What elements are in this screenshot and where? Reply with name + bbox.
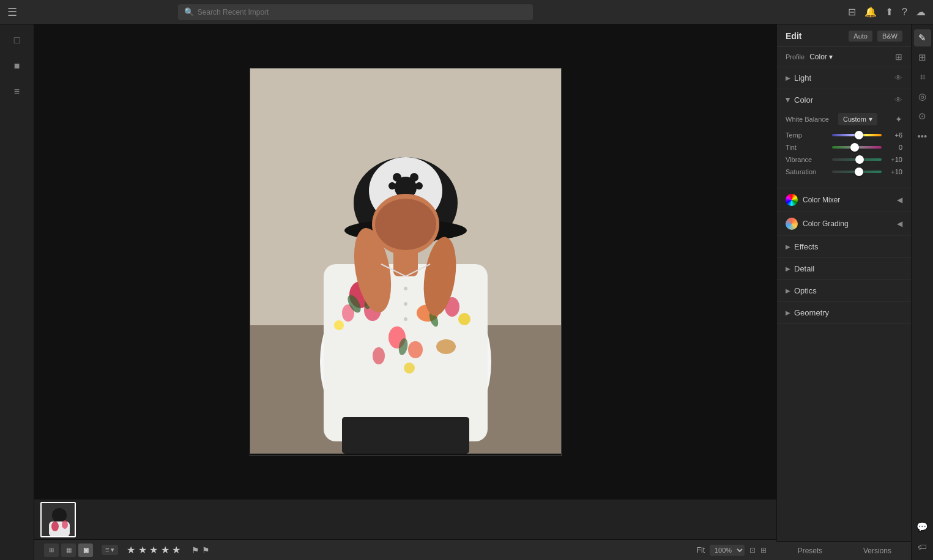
filter-icon[interactable]: ⊟ — [848, 6, 856, 18]
color-mixer-icon — [786, 194, 798, 206]
temp-slider-row: Temp +6 — [786, 131, 902, 139]
edit-header: Edit Auto B&W — [777, 24, 911, 47]
section-light-header[interactable]: ▶ Light 👁 — [777, 67, 911, 89]
color-section-body: White Balance Custom ▾ ✦ Temp +6 — [777, 111, 911, 188]
canvas-area — [34, 24, 776, 499]
vibrance-slider-track[interactable] — [832, 158, 882, 161]
versions-tab[interactable]: Versions — [844, 542, 911, 560]
adjust-tool-icon[interactable]: ⊞ — [914, 49, 931, 66]
profile-value[interactable]: Color ▾ — [809, 53, 833, 61]
profile-chevron-icon: ▾ — [829, 53, 833, 61]
profile-label: Profile — [786, 53, 805, 61]
saturation-slider-row: Saturation +10 — [786, 168, 902, 175]
right-panel-scroll: Edit Auto B&W Profile Color ▾ ⊞ ▶ Light … — [777, 24, 911, 560]
tint-slider-track[interactable] — [832, 146, 882, 149]
view-btn-medium[interactable]: ▦ — [61, 543, 76, 557]
color-eye-icon[interactable]: 👁 — [894, 95, 902, 105]
share-icon[interactable]: ⬆ — [885, 6, 893, 18]
svg-point-13 — [373, 347, 385, 364]
svg-point-38 — [404, 287, 407, 290]
tag-icon[interactable]: 🏷 — [914, 538, 931, 555]
svg-point-22 — [404, 363, 415, 374]
light-eye-icon[interactable]: 👁 — [894, 73, 902, 83]
section-effects-header[interactable]: ▶ Effects — [777, 236, 911, 257]
tint-slider-row: Tint 0 — [786, 144, 902, 151]
tint-slider-thumb[interactable] — [850, 143, 859, 152]
mask-tool-icon[interactable]: ⊙ — [914, 108, 931, 125]
svg-point-30 — [410, 173, 418, 182]
color-chevron-icon: ▶ — [785, 98, 792, 103]
more-tool-icon[interactable]: ••• — [914, 127, 931, 144]
nav-icon-1[interactable]: □ — [6, 29, 28, 51]
wb-dropdown-icon: ▾ — [869, 115, 872, 123]
presets-tab[interactable]: Presets — [776, 542, 844, 560]
view-btn-grid[interactable]: ⊞ — [44, 543, 59, 557]
chat-icon[interactable]: 💬 — [914, 518, 931, 536]
svg-rect-4 — [324, 264, 488, 441]
bell-icon[interactable]: 🔔 — [864, 6, 877, 18]
wb-select-text: Custom — [843, 116, 866, 123]
light-title: Light — [794, 73, 891, 83]
heal-tool-icon[interactable]: ◎ — [914, 88, 931, 105]
section-geometry-header[interactable]: ▶ Geometry — [777, 302, 911, 323]
bw-button[interactable]: B&W — [877, 31, 902, 42]
optics-title: Optics — [794, 286, 902, 295]
section-detail-header[interactable]: ▶ Detail — [777, 258, 911, 279]
vibrance-slider-thumb[interactable] — [855, 155, 864, 164]
right-tools: ✎ ⊞ ⌗ ◎ ⊙ ••• 💬 🏷 — [911, 24, 933, 560]
light-chevron-icon: ▶ — [786, 75, 790, 81]
section-color-header[interactable]: ▶ Color 👁 — [777, 89, 911, 111]
color-mixer-chevron-icon: ◀ — [897, 196, 902, 204]
film-thumb-1[interactable] — [40, 502, 76, 537]
side-by-side-icon[interactable]: ⊞ — [760, 546, 767, 554]
saturation-value: +10 — [885, 168, 902, 175]
brush-tool-icon[interactable]: ⌗ — [914, 68, 931, 86]
search-input[interactable] — [198, 8, 527, 17]
wb-dropper-icon[interactable]: ✦ — [895, 114, 902, 124]
effects-chevron-icon: ▶ — [786, 243, 790, 250]
flag-icon-1[interactable]: ⚑ — [191, 545, 199, 555]
optics-chevron-icon: ▶ — [786, 287, 790, 294]
auto-button[interactable]: Auto — [849, 31, 872, 42]
color-grading-item[interactable]: Color Grading ◀ — [777, 212, 911, 235]
color-mixer-item[interactable]: Color Mixer ◀ — [777, 188, 911, 212]
right-panel: Edit Auto B&W Profile Color ▾ ⊞ ▶ Light … — [776, 24, 933, 560]
view-btn-large[interactable]: ▩ — [78, 543, 93, 557]
edit-tool-icon[interactable]: ✎ — [914, 29, 931, 46]
grid-view-icon[interactable]: ⊞ — [895, 52, 902, 62]
temp-slider-thumb[interactable] — [855, 131, 863, 139]
tint-label: Tint — [786, 144, 828, 151]
svg-point-14 — [436, 339, 456, 354]
cloud-icon[interactable]: ☁ — [916, 6, 926, 18]
saturation-slider-track[interactable] — [832, 171, 882, 173]
help-icon[interactable]: ? — [902, 7, 907, 18]
top-bar-right: ⊟ 🔔 ⬆ ? ☁ — [848, 6, 926, 18]
nav-icon-3[interactable]: ≡ — [6, 81, 28, 103]
section-optics-header[interactable]: ▶ Optics — [777, 280, 911, 301]
profile-row: Profile Color ▾ ⊞ — [777, 47, 911, 67]
temp-slider-track[interactable] — [832, 134, 882, 136]
effects-title: Effects — [794, 242, 902, 251]
wb-select[interactable]: Custom ▾ — [838, 113, 877, 125]
rating-stars[interactable]: ★ ★ ★ ★ ★ — [127, 544, 180, 556]
svg-point-21 — [334, 320, 344, 330]
compare-icon[interactable]: ⊡ — [749, 546, 756, 554]
sidebar-toggle-icon[interactable]: ☰ — [7, 6, 17, 19]
thumb-photo-1 — [42, 503, 76, 537]
nav-icon-2[interactable]: ■ — [6, 55, 28, 77]
flag-icon-2[interactable]: ⚑ — [202, 545, 210, 555]
vibrance-value: +10 — [885, 156, 902, 163]
main-layout: □ ■ ≡ — [0, 24, 933, 560]
saturation-slider-thumb[interactable] — [855, 168, 863, 176]
photo-container — [250, 68, 562, 456]
zoom-select[interactable]: 100% — [710, 545, 745, 556]
search-bar[interactable]: 🔍 — [178, 4, 533, 20]
sort-button[interactable]: ≡ ▾ — [102, 545, 118, 555]
color-grading-chevron-icon: ◀ — [897, 219, 902, 228]
svg-rect-23 — [342, 417, 469, 454]
color-mixer-label: Color Mixer — [803, 196, 892, 204]
search-icon: 🔍 — [184, 7, 194, 17]
flag-icons[interactable]: ⚑ ⚑ — [191, 545, 210, 555]
bottom-controls: ⊞ ▦ ▩ ≡ ▾ ★ ★ ★ ★ ★ ⚑ ⚑ Fit 100% ⊡ ⊞ — [34, 539, 776, 560]
main-photo — [250, 68, 561, 454]
